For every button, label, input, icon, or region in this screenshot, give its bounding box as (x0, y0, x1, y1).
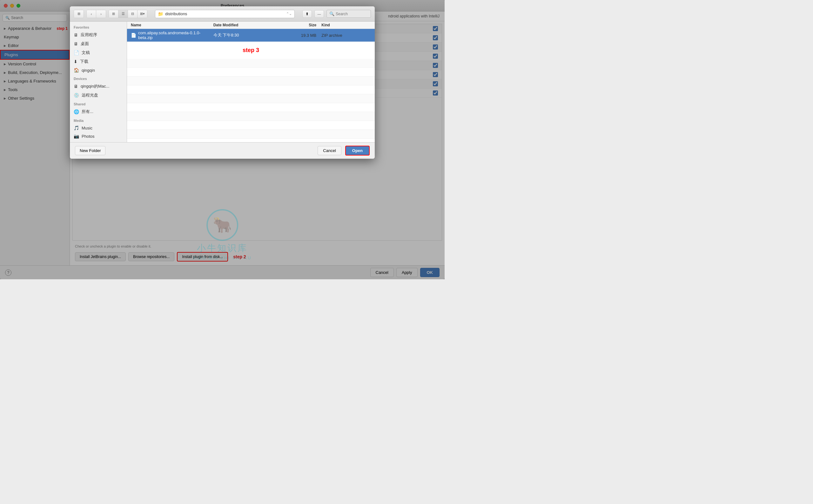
watermark-circle: 🐂 (206, 209, 238, 241)
step3-label: step 3 (127, 42, 375, 59)
sidebar-item-photos[interactable]: 📷 Photos (70, 132, 127, 140)
back-button[interactable]: ‹ (87, 10, 96, 18)
folder-arrows-icon: ⌃⌄ (286, 12, 292, 16)
empty-row-7 (127, 112, 375, 121)
home-icon: 🏠 (74, 68, 79, 73)
desktop-label: 桌面 (81, 41, 89, 47)
watermark-cn: 小牛知识库 (197, 242, 248, 254)
preferences-window: Preferences 🔍 Appearance & Behavior step… (0, 0, 445, 279)
file-row-zip[interactable]: 📄 com.alipay.sofa.andromeda-0.1.0-beta.z… (127, 29, 375, 42)
empty-row-2 (127, 68, 375, 76)
empty-row-6 (127, 103, 375, 112)
sidebar-item-desktop[interactable]: 🖥 桌面 (70, 39, 127, 48)
sidebar-item-music[interactable]: 🎵 Music (70, 124, 127, 132)
file-kind: ZIP archive (321, 33, 371, 38)
sidebar-item-mac[interactable]: 🖥 qingqin的Mac... (70, 82, 127, 91)
list-view-button[interactable]: ☰ (118, 10, 128, 18)
file-size: 19.3 MB (275, 33, 321, 38)
favorites-title: Favorites (70, 24, 127, 30)
devices-title: Devices (70, 76, 127, 82)
nav-group: ‹ › (86, 10, 106, 18)
icon-view-button[interactable]: ⊞ (109, 10, 118, 18)
music-label: Music (82, 126, 92, 130)
sidebar-item-documents[interactable]: 📄 文稿 (70, 48, 127, 57)
watermark: 🐂 小牛知识库 XIAO NIU ZHI SHI KU (193, 209, 252, 260)
photos-label: Photos (82, 134, 94, 139)
apps-icon: 🖥 (74, 32, 78, 37)
sidebar-item-apps[interactable]: 🖥 应用程序 (70, 30, 127, 39)
file-date: 今天 下午8:30 (213, 32, 275, 38)
empty-row-5 (127, 94, 375, 103)
file-dialog-search-input[interactable] (336, 12, 368, 16)
sidebar-item-remote[interactable]: 💿 远程光盘 (70, 91, 127, 100)
new-folder-button[interactable]: New Folder (75, 146, 105, 155)
all-label: 所有... (82, 109, 93, 115)
file-dialog-footer: New Folder Cancel Open (70, 142, 375, 159)
mac-icon: 🖥 (74, 84, 78, 89)
empty-row-3 (127, 76, 375, 85)
shared-section: Shared 🌐 所有... (70, 101, 127, 116)
search-icon: 🔍 (329, 11, 334, 16)
file-dialog: ⊞ ‹ › ⊞ ☰ ⊟ ⊠▾ 📁 distributions (70, 6, 375, 159)
open-button[interactable]: Open (345, 146, 370, 156)
sidebar-item-all[interactable]: 🌐 所有... (70, 107, 127, 116)
sidebar-item-downloads[interactable]: ⬇ 下载 (70, 57, 127, 66)
zip-filename: com.alipay.sofa.andromeda-0.1.0-beta.zip (138, 30, 213, 40)
shared-title: Shared (70, 101, 127, 107)
downloads-icon: ⬇ (74, 59, 77, 64)
file-dialog-body: Favorites 🖥 应用程序 🖥 桌面 📄 文稿 (70, 22, 375, 142)
remote-label: 远程光盘 (82, 92, 98, 98)
file-dialog-overlay: ⊞ ‹ › ⊞ ☰ ⊟ ⊠▾ 📁 distributions (0, 0, 445, 279)
col-name-header[interactable]: Name (131, 23, 213, 27)
file-dialog-toolbar: ⊞ ‹ › ⊞ ☰ ⊟ ⊠▾ 📁 distributions (70, 6, 375, 22)
favorites-section: Favorites 🖥 应用程序 🖥 桌面 📄 文稿 (70, 24, 127, 74)
folder-name: distributions (165, 11, 284, 16)
view-group: ⊞ ☰ ⊟ ⊠▾ (109, 10, 147, 18)
downloads-label: 下载 (80, 59, 88, 64)
col-kind-header[interactable]: Kind (321, 23, 371, 27)
col-date-header[interactable]: Date Modified (213, 23, 275, 27)
devices-section: Devices 🖥 qingqin的Mac... 💿 远程光盘 (70, 76, 127, 100)
file-dialog-search-container[interactable]: 🔍 (326, 10, 371, 18)
documents-label: 文稿 (82, 50, 90, 56)
file-sidebar: Favorites 🖥 应用程序 🖥 桌面 📄 文稿 (70, 22, 127, 142)
share-button[interactable]: ⬆ (302, 10, 312, 18)
folder-selector[interactable]: 📁 distributions ⌃⌄ (155, 10, 295, 18)
action-button[interactable]: — (314, 10, 324, 18)
file-cell-name: 📄 com.alipay.sofa.andromeda-0.1.0-beta.z… (131, 30, 213, 40)
apps-label: 应用程序 (81, 32, 97, 38)
folder-icon: 📁 (158, 11, 163, 17)
media-title: Media (70, 117, 127, 124)
column-view-button[interactable]: ⊟ (128, 10, 137, 18)
media-section: Media 🎵 Music 📷 Photos (70, 117, 127, 140)
gallery-view-button[interactable]: ⊠▾ (137, 10, 147, 18)
watermark-en: XIAO NIU ZHI SHI KU (193, 255, 252, 260)
photos-icon: 📷 (74, 134, 79, 139)
view-mode-group: ⊞ (74, 10, 84, 18)
empty-row-9 (127, 130, 375, 139)
music-icon: 🎵 (74, 125, 79, 130)
forward-button[interactable]: › (96, 10, 106, 18)
desktop-icon: 🖥 (74, 41, 78, 46)
sidebar-toggle-button[interactable]: ⊞ (74, 10, 83, 18)
zip-file-icon: 📄 (131, 33, 136, 38)
file-main: Name Date Modified Size Kind 📄 com.alipa… (127, 22, 375, 142)
col-size-header[interactable]: Size (275, 23, 321, 27)
empty-row-8 (127, 121, 375, 130)
file-column-headers: Name Date Modified Size Kind (127, 22, 375, 29)
documents-icon: 📄 (74, 50, 79, 55)
home-label: qingqin (82, 68, 95, 73)
remote-icon: 💿 (74, 93, 79, 98)
sidebar-item-home[interactable]: 🏠 qingqin (70, 66, 127, 74)
file-dialog-cancel-button[interactable]: Cancel (317, 146, 341, 155)
empty-row-4 (127, 85, 375, 94)
network-icon: 🌐 (74, 109, 79, 114)
mac-label: qingqin的Mac... (81, 83, 109, 89)
empty-row-1 (127, 59, 375, 68)
